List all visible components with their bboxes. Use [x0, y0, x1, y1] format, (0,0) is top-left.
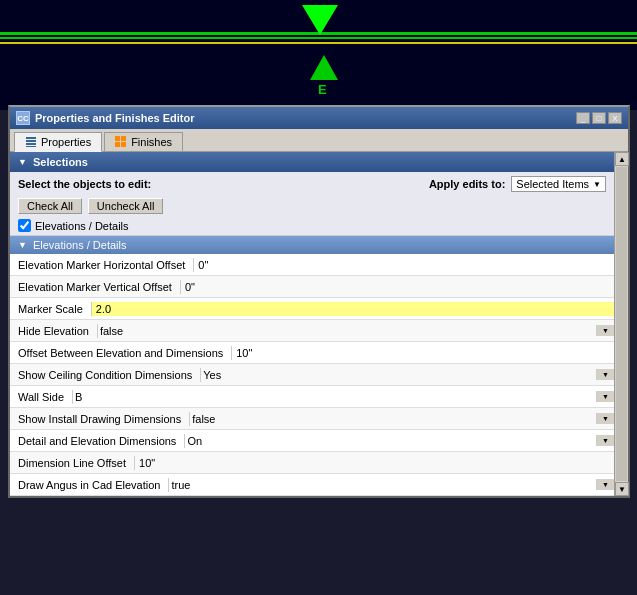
prop-dropdown-arrow-show-install-drawing-dimensions[interactable]: ▼	[596, 413, 614, 424]
prop-value-show-install-drawing-dimensions: false▼	[189, 412, 614, 426]
prop-dropdown-detail-and-elevation-dimensions[interactable]: On	[184, 434, 596, 448]
scrollbar[interactable]: ▲ ▼	[614, 152, 628, 496]
svg-rect-3	[26, 146, 36, 147]
prop-input-offset-between-elevation-and-dimensions[interactable]	[231, 346, 614, 360]
cad-line-middle	[0, 37, 637, 39]
uncheck-all-button[interactable]: Uncheck All	[88, 198, 163, 214]
prop-dropdown-arrow-hide-elevation[interactable]: ▼	[596, 325, 614, 336]
prop-row-show-ceiling-condition-dimensions: Show Ceiling Condition DimensionsYes▼	[10, 364, 614, 386]
prop-dropdown-wall-side[interactable]: B	[72, 390, 596, 404]
prop-dropdown-row-detail-and-elevation-dimensions: On▼	[184, 434, 614, 448]
prop-dropdown-draw-angus-in-cad-elevation[interactable]: true	[168, 478, 596, 492]
prop-label-wall-side: Wall Side	[10, 389, 72, 405]
apply-edits-dropdown[interactable]: Selected Items ▼	[511, 176, 606, 192]
dialog-title-text: Properties and Finishes Editor	[35, 112, 195, 124]
cad-background: F E	[0, 0, 637, 110]
property-rows: Elevation Marker Horizontal OffsetElevat…	[10, 254, 614, 496]
select-objects-row: Select the objects to edit: Apply edits …	[10, 172, 614, 196]
finishes-tab-icon	[115, 136, 127, 148]
svg-rect-0	[26, 137, 36, 139]
prop-dropdown-row-show-install-drawing-dimensions: false▼	[189, 412, 614, 426]
svg-rect-7	[121, 142, 126, 147]
prop-dropdown-hide-elevation[interactable]: false	[97, 324, 596, 338]
selections-arrow-icon: ▼	[18, 157, 27, 167]
prop-dropdown-row-hide-elevation: false▼	[97, 324, 614, 338]
apply-edits-label: Apply edits to:	[429, 178, 505, 190]
prop-value-wall-side: B▼	[72, 390, 614, 404]
prop-dropdown-show-ceiling-condition-dimensions[interactable]: Yes	[200, 368, 596, 382]
dialog-controls: _ □ X	[576, 112, 622, 124]
prop-input-marker-scale[interactable]	[91, 302, 614, 316]
scrollbar-thumb[interactable]	[616, 167, 627, 481]
svg-rect-5	[121, 136, 126, 141]
prop-value-detail-and-elevation-dimensions: On▼	[184, 434, 614, 448]
properties-tab-icon	[25, 136, 37, 148]
prop-label-elevation-marker-vertical-offset: Elevation Marker Vertical Offset	[10, 279, 180, 295]
prop-dropdown-show-install-drawing-dimensions[interactable]: false	[189, 412, 596, 426]
subsection-arrow-icon: ▼	[18, 240, 27, 250]
prop-row-dimension-line-offset: Dimension Line Offset	[10, 452, 614, 474]
apply-edits-section: Apply edits to: Selected Items ▼	[429, 176, 606, 192]
svg-rect-4	[115, 136, 120, 141]
subsection-label: Elevations / Details	[33, 239, 127, 251]
selections-area: ▼ Selections Select the objects to edit:…	[10, 152, 614, 236]
prop-value-marker-scale	[91, 302, 614, 316]
prop-dropdown-row-show-ceiling-condition-dimensions: Yes▼	[200, 368, 614, 382]
prop-dropdown-arrow-wall-side[interactable]: ▼	[596, 391, 614, 402]
prop-dropdown-arrow-show-ceiling-condition-dimensions[interactable]: ▼	[596, 369, 614, 380]
check-all-button[interactable]: Check All	[18, 198, 82, 214]
prop-dropdown-arrow-detail-and-elevation-dimensions[interactable]: ▼	[596, 435, 614, 446]
prop-label-hide-elevation: Hide Elevation	[10, 323, 97, 339]
prop-value-elevation-marker-vertical-offset	[180, 280, 614, 294]
prop-input-elevation-marker-horizontal-offset[interactable]	[193, 258, 614, 272]
elevations-details-checkbox-row: Elevations / Details	[10, 216, 614, 235]
prop-label-dimension-line-offset: Dimension Line Offset	[10, 455, 134, 471]
minimize-button[interactable]: _	[576, 112, 590, 124]
prop-value-hide-elevation: false▼	[97, 324, 614, 338]
elevations-details-checkbox-label: Elevations / Details	[35, 220, 129, 232]
prop-row-show-install-drawing-dimensions: Show Install Drawing Dimensionsfalse▼	[10, 408, 614, 430]
prop-label-detail-and-elevation-dimensions: Detail and Elevation Dimensions	[10, 433, 184, 449]
prop-row-offset-between-elevation-and-dimensions: Offset Between Elevation and Dimensions	[10, 342, 614, 364]
maximize-button[interactable]: □	[592, 112, 606, 124]
close-button[interactable]: X	[608, 112, 622, 124]
arrow-e-label: E	[318, 82, 327, 97]
elevations-details-checkbox[interactable]	[18, 219, 31, 232]
tab-finishes[interactable]: Finishes	[104, 132, 183, 151]
dialog-titlebar: CC Properties and Finishes Editor _ □ X	[10, 107, 628, 129]
apply-edits-arrow-icon: ▼	[593, 180, 601, 189]
prop-dropdown-arrow-draw-angus-in-cad-elevation[interactable]: ▼	[596, 479, 614, 490]
svg-rect-2	[26, 143, 36, 145]
prop-dropdown-row-wall-side: B▼	[72, 390, 614, 404]
tab-properties[interactable]: Properties	[14, 132, 102, 152]
prop-row-wall-side: Wall SideB▼	[10, 386, 614, 408]
prop-label-marker-scale: Marker Scale	[10, 301, 91, 317]
prop-row-draw-angus-in-cad-elevation: Draw Angus in Cad Elevationtrue▼	[10, 474, 614, 496]
cad-line-yellow	[0, 42, 637, 44]
prop-row-hide-elevation: Hide Elevationfalse▼	[10, 320, 614, 342]
prop-label-offset-between-elevation-and-dimensions: Offset Between Elevation and Dimensions	[10, 345, 231, 361]
prop-input-elevation-marker-vertical-offset[interactable]	[180, 280, 614, 294]
dialog-content-wrapper: ▼ Selections Select the objects to edit:…	[10, 152, 628, 496]
elevations-details-subsection-header: ▼ Elevations / Details	[10, 236, 614, 254]
tab-bar: Properties Finishes	[10, 129, 628, 152]
scrollbar-down-button[interactable]: ▼	[615, 482, 629, 496]
svg-rect-6	[115, 142, 120, 147]
prop-value-elevation-marker-horizontal-offset	[193, 258, 614, 272]
prop-value-dimension-line-offset	[134, 456, 614, 470]
dialog-content-main: ▼ Selections Select the objects to edit:…	[10, 152, 614, 496]
tab-properties-label: Properties	[41, 136, 91, 148]
prop-row-marker-scale: Marker Scale	[10, 298, 614, 320]
prop-value-show-ceiling-condition-dimensions: Yes▼	[200, 368, 614, 382]
prop-label-show-ceiling-condition-dimensions: Show Ceiling Condition Dimensions	[10, 367, 200, 383]
prop-row-detail-and-elevation-dimensions: Detail and Elevation DimensionsOn▼	[10, 430, 614, 452]
selections-section-header: ▼ Selections	[10, 152, 614, 172]
scrollbar-up-button[interactable]: ▲	[615, 152, 629, 166]
properties-finishes-dialog: CC Properties and Finishes Editor _ □ X …	[8, 105, 630, 498]
prop-input-dimension-line-offset[interactable]	[134, 456, 614, 470]
apply-edits-value: Selected Items	[516, 178, 589, 190]
arrow-f-label: F	[318, 2, 327, 18]
check-uncheck-row: Check All Uncheck All	[10, 196, 614, 216]
prop-label-draw-angus-in-cad-elevation: Draw Angus in Cad Elevation	[10, 477, 168, 493]
selections-section-label: Selections	[33, 156, 88, 168]
